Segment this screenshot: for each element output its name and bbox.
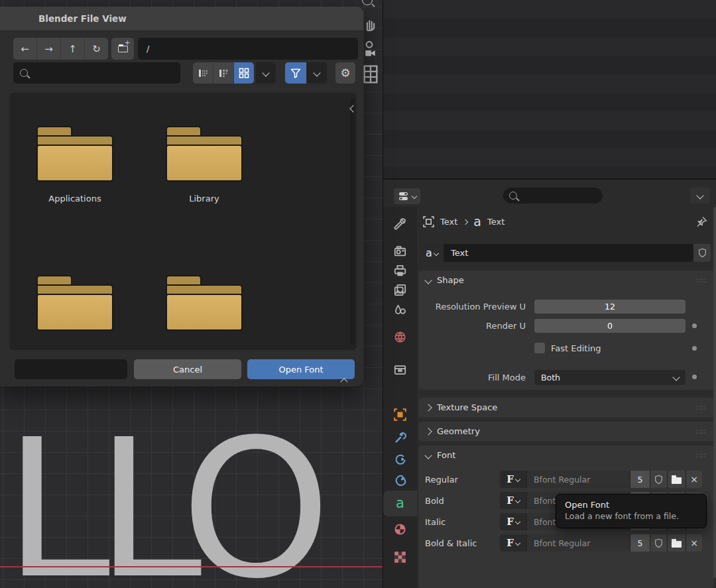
search-icon <box>509 192 517 200</box>
tab-object[interactable] <box>383 404 417 424</box>
fill-mode-dropdown[interactable]: Both <box>534 370 686 385</box>
detail-list-view-button[interactable] <box>213 62 234 84</box>
file-browser-area[interactable]: Applications Library <box>9 93 357 350</box>
filmstrip-icon[interactable] <box>363 65 378 84</box>
folder-icon <box>36 125 113 182</box>
scene-icon <box>394 303 406 316</box>
shield-icon <box>654 475 663 485</box>
back-button[interactable]: ← <box>13 38 37 60</box>
dialog-title-bar[interactable]: Blender File View <box>0 7 363 31</box>
file-area-scrollbar[interactable] <box>350 98 355 345</box>
font-browse-button[interactable]: F <box>500 471 527 488</box>
filename-input[interactable] <box>15 359 127 379</box>
tab-particles[interactable] <box>383 449 417 469</box>
unlink-button[interactable]: × <box>686 471 702 488</box>
properties-search-box[interactable] <box>503 188 603 204</box>
drag-grip-icon[interactable] <box>696 275 707 285</box>
pin-icon[interactable] <box>696 216 707 227</box>
chevron-down-icon <box>515 477 520 482</box>
users-count-badge[interactable]: 5 <box>630 534 650 552</box>
properties-header <box>383 180 716 207</box>
tab-object-data[interactable]: a <box>383 491 417 516</box>
create-directory-button[interactable]: + <box>111 38 134 60</box>
drag-grip-icon[interactable] <box>696 402 707 412</box>
breadcrumb-object-label[interactable]: Text <box>440 217 457 227</box>
resolution-preview-field[interactable]: 12 <box>534 300 686 314</box>
folder-label: Applications <box>29 194 121 204</box>
font-browse-button[interactable]: F <box>500 513 527 530</box>
forward-button[interactable]: → <box>37 38 61 60</box>
vertical-list-view-button[interactable] <box>193 62 213 84</box>
tab-output[interactable] <box>383 261 417 280</box>
properties-scrollbar[interactable] <box>713 207 716 578</box>
decorator-dot[interactable] <box>692 323 697 328</box>
render-u-field[interactable]: 0 <box>534 319 686 333</box>
display-settings-dropdown[interactable] <box>256 62 276 84</box>
fake-user-button[interactable] <box>650 471 668 488</box>
x-axis-line <box>0 566 383 567</box>
font-name-field[interactable]: Bfont Regular <box>527 471 630 488</box>
panel-geometry-header[interactable]: Geometry <box>418 422 714 441</box>
tab-view-layer[interactable] <box>383 280 417 300</box>
open-font-file-button[interactable] <box>668 534 686 552</box>
decorator-dot[interactable] <box>692 375 697 379</box>
object-breadcrumb-icon[interactable] <box>423 216 434 227</box>
tooltip-title: Open Font <box>565 500 697 510</box>
file-settings-button[interactable]: ⚙ <box>335 62 355 84</box>
filter-settings-dropdown[interactable] <box>307 62 327 84</box>
panel-font-header[interactable]: Font <box>418 445 714 465</box>
tab-modifiers[interactable] <box>383 428 417 447</box>
datablock-name-field[interactable]: Text <box>444 244 693 262</box>
breadcrumb-data-label[interactable]: Text <box>487 217 505 227</box>
panel-shape-header[interactable]: Shape <box>418 270 714 290</box>
path-field[interactable]: / <box>138 38 358 60</box>
font-browse-button[interactable]: F <box>500 492 527 509</box>
open-font-file-button[interactable] <box>668 471 686 488</box>
tab-world[interactable] <box>383 327 417 347</box>
tab-material[interactable] <box>383 519 417 539</box>
tab-physics[interactable] <box>383 471 417 491</box>
panel-texture-space-header[interactable]: Texture Space <box>418 398 714 417</box>
physics-icon <box>394 475 406 487</box>
dropdown-value: Both <box>541 373 560 382</box>
tab-tool[interactable] <box>383 213 417 233</box>
tab-texture[interactable] <box>383 547 417 567</box>
font-browse-button[interactable]: F <box>500 534 527 552</box>
font-slot-label: Regular <box>425 475 500 485</box>
outliner-area[interactable] <box>383 0 716 180</box>
chevron-down-icon <box>672 373 680 381</box>
tab-render[interactable] <box>383 241 417 261</box>
users-count-badge[interactable]: 5 <box>630 471 650 488</box>
zoom-icon[interactable] <box>362 0 373 7</box>
cancel-button[interactable]: Cancel <box>134 359 241 379</box>
filter-toggle-button[interactable] <box>285 62 306 84</box>
folder-tile[interactable]: Library <box>158 125 251 204</box>
open-font-button[interactable]: Open Font <box>247 359 355 379</box>
tab-collection[interactable] <box>383 359 417 379</box>
drag-grip-icon[interactable] <box>696 426 707 436</box>
fake-user-button[interactable] <box>693 244 711 262</box>
chevron-down-icon <box>262 69 269 76</box>
tab-scene[interactable] <box>383 299 417 319</box>
camera-icon[interactable] <box>361 40 377 57</box>
font-name-field[interactable]: Bfont Regular <box>527 534 630 552</box>
parent-directory-button[interactable]: ↑ <box>61 38 85 60</box>
grid-view-button[interactable] <box>234 62 254 84</box>
folder-tile[interactable] <box>29 274 121 343</box>
viewport-text-object[interactable]: LLO <box>4 414 316 588</box>
render-camera-icon <box>394 245 406 258</box>
decorator-dot[interactable] <box>692 346 697 351</box>
file-search-input[interactable] <box>33 68 168 79</box>
hand-icon[interactable] <box>363 17 377 32</box>
fast-editing-checkbox[interactable] <box>534 343 545 353</box>
header-menu-button[interactable] <box>690 188 710 204</box>
fake-user-button[interactable] <box>650 534 668 552</box>
editor-type-button[interactable] <box>394 188 420 204</box>
drag-grip-icon[interactable] <box>696 450 707 460</box>
unlink-button[interactable]: × <box>686 534 702 552</box>
refresh-button[interactable]: ↻ <box>85 38 108 60</box>
folder-tile[interactable] <box>158 274 251 343</box>
folder-tile[interactable]: Applications <box>29 125 121 204</box>
datablock-browse-button[interactable]: a <box>420 244 444 262</box>
file-search-box[interactable] <box>13 62 180 84</box>
